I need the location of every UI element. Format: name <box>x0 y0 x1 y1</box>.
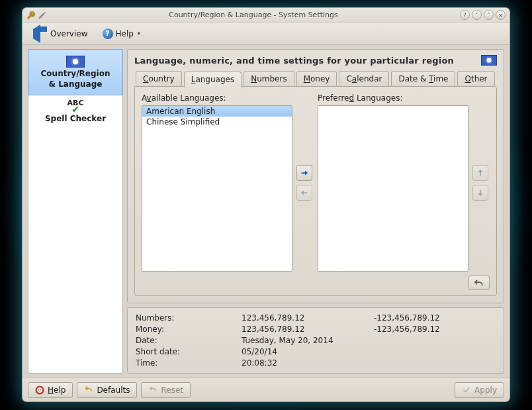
available-languages-list[interactable]: American EnglishChinese Simplified <box>142 105 292 272</box>
example-value: -123,456,789.12 <box>374 325 496 334</box>
move-up-button[interactable] <box>472 165 488 181</box>
remove-language-button[interactable] <box>296 185 312 201</box>
page-heading: Language, numeric, and time settings for… <box>134 56 481 66</box>
arrow-right-icon <box>300 168 309 178</box>
check-icon <box>462 385 471 395</box>
flag-icon <box>66 56 85 68</box>
maximize-button[interactable]: ˄ <box>484 10 494 20</box>
sidebar-item-label: Country/Region <box>41 70 111 79</box>
list-item[interactable]: American English <box>142 106 292 117</box>
overview-button[interactable]: Overview <box>29 27 92 40</box>
region-flag-icon <box>481 55 497 66</box>
examples-panel: Numbers:123,456,789.12-123,456,789.12Mon… <box>127 307 504 374</box>
sidebar-item-label: Spell Checker <box>45 115 106 124</box>
example-value <box>374 358 496 368</box>
sidebar-item-spell-checker[interactable]: ABC ✔ Spell Checker <box>28 95 122 129</box>
add-language-button[interactable] <box>296 165 312 181</box>
tab-languages-body: Available Languages: American EnglishChi… <box>134 86 497 296</box>
undo-icon <box>148 385 157 395</box>
tab-calendar[interactable]: Calendar <box>339 71 389 87</box>
main-panel: Language, numeric, and time settings for… <box>127 49 504 303</box>
lifebuoy-icon <box>35 385 44 395</box>
tab-country[interactable]: Country <box>136 71 182 87</box>
help-button-footer[interactable]: Help <box>28 382 73 398</box>
tab-money[interactable]: Money <box>296 71 337 87</box>
arrow-down-icon <box>476 188 485 197</box>
arrow-up-icon <box>476 168 485 178</box>
svg-point-1 <box>38 389 41 391</box>
list-item[interactable]: Chinese Simplified <box>142 117 292 127</box>
footer: Help Defaults Reset Apply <box>22 378 510 401</box>
help-label: Help <box>116 29 134 38</box>
example-value <box>374 336 496 345</box>
preferred-languages-list[interactable] <box>318 105 468 272</box>
tabs: CountryLanguagesNumbersMoneyCalendarDate… <box>134 71 497 87</box>
chevron-down-icon: ▾ <box>138 30 140 36</box>
example-label: Money: <box>136 325 242 334</box>
minimize-button[interactable]: ˅ <box>472 10 482 20</box>
check-icon: ✔ <box>71 107 79 112</box>
available-label: Available Languages: <box>142 93 292 103</box>
defaults-button[interactable]: Defaults <box>77 382 137 398</box>
preferred-label: Preferred Languages: <box>318 93 468 103</box>
example-label: Short date: <box>136 347 242 356</box>
example-value: 05/20/14 <box>242 347 374 356</box>
undo-icon <box>473 278 485 287</box>
sidebar-item-label: & Language <box>49 80 103 89</box>
settings-window: Country/Region & Language - System Setti… <box>22 8 510 401</box>
tab-numbers[interactable]: Numbers <box>244 71 294 87</box>
wrench-icon <box>26 11 36 20</box>
example-value: Tuesday, May 20, 2014 <box>242 336 374 345</box>
toolbar: Overview ? Help ▾ <box>22 23 510 45</box>
apply-button[interactable]: Apply <box>455 382 504 398</box>
help-button[interactable]: ? <box>460 10 470 20</box>
arrow-left-icon <box>33 25 40 43</box>
reset-button[interactable]: Reset <box>141 382 191 398</box>
tab-date-time[interactable]: Date & Time <box>391 71 455 87</box>
window-controls: ? ˅ ˄ × <box>460 10 506 20</box>
titlebar: Country/Region & Language - System Setti… <box>22 8 510 23</box>
example-value: 123,456,789.12 <box>242 313 374 323</box>
example-value: 123,456,789.12 <box>242 325 374 334</box>
example-value <box>374 347 496 356</box>
example-value: 20:08:32 <box>242 358 374 368</box>
tab-other[interactable]: Other <box>457 71 494 87</box>
undo-icon <box>84 385 93 395</box>
overview-label: Overview <box>50 29 88 38</box>
arrow-left-icon <box>300 188 309 197</box>
sidebar: Country/Region & Language ABC ✔ Spell Ch… <box>28 49 123 374</box>
example-label: Numbers: <box>136 313 242 323</box>
help-icon: ? <box>103 28 113 39</box>
close-button[interactable]: × <box>496 10 506 20</box>
help-menu-button[interactable]: ? Help ▾ <box>99 26 144 41</box>
example-value: -123,456,789.12 <box>374 313 496 323</box>
screwdriver-icon <box>38 11 47 20</box>
move-down-button[interactable] <box>472 185 488 201</box>
titlebar-left-icons <box>26 11 47 20</box>
window-title: Country/Region & Language - System Setti… <box>50 11 457 19</box>
tab-languages[interactable]: Languages <box>184 72 242 87</box>
revert-button[interactable] <box>468 276 490 290</box>
example-label: Date: <box>136 336 242 345</box>
sidebar-item-region-language[interactable]: Country/Region & Language <box>28 49 123 95</box>
example-label: Time: <box>136 358 242 368</box>
